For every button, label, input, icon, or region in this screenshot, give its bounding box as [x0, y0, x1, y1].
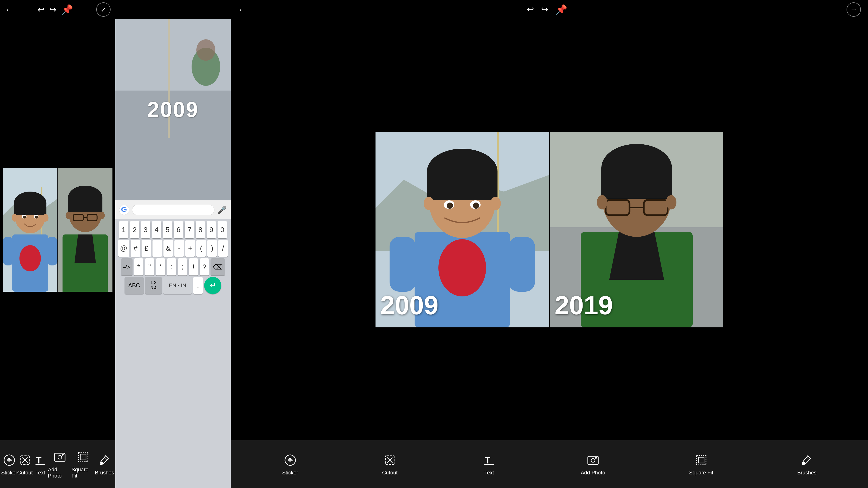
key-semicolon[interactable]: ; [178, 258, 187, 275]
right-sticker-tool[interactable]: Sticker [282, 453, 298, 476]
svg-marker-66 [609, 232, 664, 280]
key-language[interactable]: EN • IN [163, 277, 192, 294]
photo-young-left[interactable] [3, 168, 57, 292]
right-photo-2019[interactable]: 2019 [550, 132, 723, 327]
key-nums[interactable]: 1 23 4 [145, 277, 162, 294]
svg-rect-69 [601, 168, 672, 199]
key-9[interactable]: 9 [207, 221, 216, 238]
keyboard-row-symbols: @ # £ _ & - + ( ) / [116, 240, 230, 257]
checkmark-container: ✓ [96, 2, 111, 17]
sticker-label: Sticker [1, 470, 17, 476]
right-back-button[interactable]: ← [238, 4, 247, 15]
svg-rect-38 [80, 454, 86, 460]
key-6[interactable]: 6 [174, 221, 183, 238]
right-sticker-pin-icon[interactable]: 📌 [555, 4, 567, 15]
svg-rect-14 [3, 237, 13, 266]
svg-text:T: T [485, 455, 490, 465]
svg-point-76 [289, 458, 291, 460]
key-5[interactable]: 5 [163, 221, 172, 238]
right-photo-2009[interactable]: 2009 [375, 132, 549, 327]
key-underscore[interactable]: _ [153, 240, 162, 257]
svg-point-35 [58, 455, 62, 459]
right-cutout-label: Cutout [382, 470, 398, 476]
right-forward-icon[interactable]: → [850, 5, 857, 13]
undo-icon[interactable]: ↩ [37, 4, 44, 14]
right-sticker-icon [283, 453, 298, 468]
svg-point-11 [35, 216, 38, 218]
svg-rect-54 [427, 171, 497, 200]
brushes-tool[interactable]: Brushes [95, 453, 114, 476]
center-photo-canvas[interactable]: 2009 [115, 19, 230, 200]
right-square-fit-icon [693, 453, 709, 468]
svg-point-60 [490, 197, 501, 210]
key-plus[interactable]: + [185, 240, 195, 257]
search-input[interactable] [132, 205, 214, 215]
key-quote[interactable]: " [145, 258, 154, 275]
photo-older-left[interactable] [58, 168, 113, 292]
right-add-photo-tool[interactable]: Add Photo [581, 453, 605, 476]
key-apostrophe[interactable]: ' [156, 258, 165, 275]
right-brushes-tool[interactable]: Brushes [797, 453, 816, 476]
key-enter[interactable]: ↵ [204, 277, 221, 294]
key-4[interactable]: 4 [152, 221, 161, 238]
check-icon[interactable]: ✓ [100, 5, 106, 14]
right-text-tool[interactable]: T Text [482, 453, 497, 476]
key-8[interactable]: 8 [196, 221, 205, 238]
key-question[interactable]: ? [200, 258, 209, 275]
key-hash[interactable]: # [130, 240, 140, 257]
overlay-year-text[interactable]: 2009 [147, 97, 199, 122]
svg-rect-7 [14, 203, 46, 215]
center-panel: 2009 🎤 1 2 3 4 5 6 7 8 9 0 [115, 0, 230, 488]
redo-icon[interactable]: ↪ [49, 4, 57, 14]
key-ampersand[interactable]: & [163, 240, 173, 257]
key-slash[interactable]: / [218, 240, 228, 257]
key-colon[interactable]: : [167, 258, 176, 275]
key-dash[interactable]: - [175, 240, 184, 257]
right-text-label: Text [485, 470, 494, 476]
key-3[interactable]: 3 [141, 221, 150, 238]
svg-rect-85 [696, 455, 706, 465]
text-tool[interactable]: T Text [33, 453, 48, 476]
key-0[interactable]: 0 [218, 221, 227, 238]
key-7[interactable]: 7 [185, 221, 194, 238]
cutout-label: Cutout [17, 470, 33, 476]
square-fit-label: Square Fit [71, 466, 95, 479]
key-1[interactable]: 1 [119, 221, 128, 238]
right-cutout-icon [382, 453, 397, 468]
back-button[interactable]: ← [5, 4, 14, 15]
key-asterisk[interactable]: * [134, 258, 144, 275]
right-panel-inner: ← ↩ ↪ 📌 → [230, 0, 868, 488]
right-forward-container: → [846, 2, 861, 17]
svg-rect-86 [699, 457, 704, 463]
key-open-paren[interactable]: ( [196, 240, 206, 257]
key-2[interactable]: 2 [130, 221, 140, 238]
svg-point-13 [43, 214, 49, 222]
key-pound[interactable]: £ [142, 240, 151, 257]
key-at[interactable]: @ [118, 240, 129, 257]
cutout-tool[interactable]: Cutout [17, 453, 33, 476]
right-top-actions: ↩ ↪ 📌 [527, 4, 567, 15]
right-cutout-tool[interactable]: Cutout [382, 453, 398, 476]
young-person-svg [3, 168, 57, 292]
key-equals-backslash[interactable]: =\< [121, 258, 132, 275]
svg-point-36 [62, 454, 64, 456]
sticker-pin-icon[interactable]: 📌 [61, 4, 73, 15]
square-fit-tool[interactable]: Square Fit [71, 449, 95, 479]
sticker-tool[interactable]: Sticker [1, 453, 17, 476]
svg-point-12 [12, 214, 18, 222]
right-undo-icon[interactable]: ↩ [527, 4, 534, 14]
svg-point-74 [666, 195, 676, 209]
svg-point-28 [8, 458, 10, 460]
right-bottom-bar: Sticker Cutout T [230, 440, 868, 488]
center-top-spacer [115, 0, 230, 19]
key-exclaim[interactable]: ! [189, 258, 198, 275]
key-close-paren[interactable]: ) [207, 240, 217, 257]
key-abc[interactable]: ABC [125, 277, 144, 294]
right-redo-icon[interactable]: ↪ [541, 4, 548, 14]
right-square-fit-tool[interactable]: Square Fit [689, 453, 713, 476]
svg-text:T: T [36, 455, 41, 465]
key-backspace[interactable]: ⌫ [211, 258, 225, 275]
add-photo-tool[interactable]: Add Photo [48, 449, 71, 479]
key-period[interactable]: . [193, 277, 203, 294]
mic-icon[interactable]: 🎤 [217, 205, 227, 214]
